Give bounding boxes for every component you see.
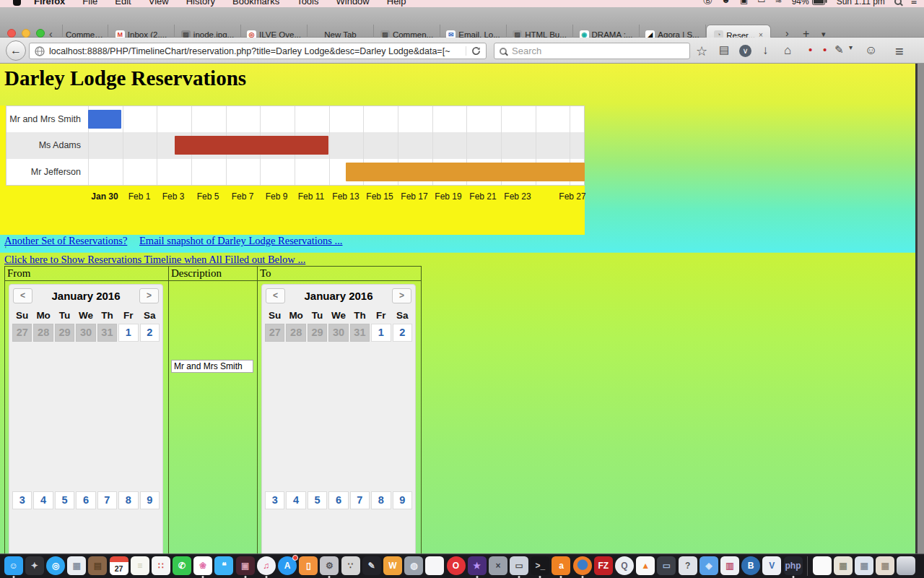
calendar-day[interactable]: 3	[12, 491, 32, 509]
calendar-day[interactable]: 5	[308, 491, 327, 509]
airplay-status-icon[interactable]: ▭	[757, 0, 765, 7]
prev-month-button[interactable]: <	[266, 288, 285, 303]
dock-reminders-icon[interactable]: ∷	[152, 556, 170, 575]
menu-window[interactable]: Window	[336, 0, 370, 7]
dock-contacts-book-icon[interactable]: ▤	[88, 556, 107, 575]
apple-menu-icon[interactable]	[13, 0, 21, 6]
dock-stack-document-4-icon[interactable]: ▦	[876, 556, 894, 575]
dock-help-icon[interactable]: ?	[679, 556, 697, 575]
extension-pen-icon[interactable]: ✎	[834, 43, 844, 56]
dock-app-store-icon[interactable]: A	[278, 556, 297, 575]
timeline-bar[interactable]	[88, 110, 121, 129]
notification-center-icon[interactable]: ≡	[911, 0, 917, 7]
dock-filezilla-icon[interactable]: FZ	[594, 556, 613, 575]
menu-edit[interactable]: Edit	[115, 0, 131, 7]
dock-preview-icon[interactable]: ▦	[67, 556, 86, 575]
dock-notes-icon[interactable]: ≡	[131, 556, 149, 575]
menubar-clock[interactable]: Sun 1.11 pm	[837, 0, 885, 7]
prev-month-button[interactable]: <	[13, 288, 32, 303]
calendar-day[interactable]: 1	[371, 324, 391, 342]
calendar-day[interactable]: 3	[265, 491, 284, 509]
bluetooth-status-icon[interactable]: Ⓑ	[703, 0, 712, 7]
calendar-day[interactable]: 9	[140, 491, 160, 509]
reload-icon[interactable]	[471, 46, 481, 56]
dock-safari-icon[interactable]: ◎	[46, 556, 65, 575]
calendar-day[interactable]: 8	[118, 491, 138, 509]
search-bar[interactable]: Search	[494, 43, 690, 59]
dock-document-icon[interactable]	[425, 556, 444, 575]
window-minimize-button[interactable]	[22, 29, 30, 38]
scrollbar-track[interactable]	[918, 64, 924, 555]
dock-opera-icon[interactable]: O	[447, 556, 466, 575]
reading-list-icon[interactable]: ▤	[719, 43, 729, 56]
calendar-day[interactable]: 4	[286, 491, 305, 509]
dock-word-tool-icon[interactable]: W	[383, 556, 402, 575]
bookmark-star-icon[interactable]: ☆	[696, 43, 707, 59]
calendar-day[interactable]: 9	[393, 491, 412, 509]
menu-hamburger-icon[interactable]: ≡	[895, 43, 904, 60]
dock-photos-icon[interactable]: ❀	[193, 556, 212, 575]
dock-photo-booth-icon[interactable]: ▣	[236, 556, 255, 575]
dock-trash-icon[interactable]	[897, 556, 915, 575]
link-another-set[interactable]: Another Set of Reservations?	[4, 235, 127, 247]
calendar-day[interactable]: 7	[97, 491, 117, 509]
menu-file[interactable]: File	[82, 0, 97, 7]
app-status-icon[interactable]: ▣	[740, 0, 748, 7]
dock-display-settings-icon[interactable]: ▭	[657, 556, 676, 575]
dock-avast-icon[interactable]: a	[552, 556, 570, 575]
calendar-day[interactable]: 2	[393, 324, 412, 342]
pocket-icon[interactable]: ∨	[739, 45, 751, 57]
link-show-timeline[interactable]: Click here to Show Reservations Timeline…	[4, 254, 305, 266]
window-zoom-button[interactable]	[36, 29, 45, 38]
menu-history[interactable]: History	[186, 0, 215, 7]
menu-view[interactable]: View	[149, 0, 169, 7]
calendar-day[interactable]: 6	[76, 491, 95, 509]
dock-finder-icon[interactable]: ☺	[4, 556, 23, 575]
dock-firefox-icon[interactable]	[573, 556, 592, 575]
next-month-button[interactable]: >	[139, 288, 159, 303]
link-email-snapshot[interactable]: Email snapshot of Darley Lodge Reservati…	[139, 235, 342, 247]
dock-system-preferences-icon[interactable]: ⚙	[320, 556, 339, 575]
calendar-day[interactable]: 4	[33, 491, 53, 509]
adblock-badge-icon[interactable]: •	[823, 43, 827, 56]
url-bar[interactable]: localhost:8888/PHP/TimelineChart/reserva…	[29, 43, 487, 59]
dock-php-icon[interactable]: php	[784, 556, 803, 575]
dock-terminal-icon[interactable]: >_	[531, 556, 549, 575]
dock-itunes-icon[interactable]: ♫	[257, 556, 276, 575]
dock-quicktime-icon[interactable]: Q	[615, 556, 634, 575]
spotlight-search-icon[interactable]	[894, 0, 902, 5]
back-button[interactable]: ←	[6, 40, 26, 61]
dock-facetime-icon[interactable]: ✆	[173, 556, 191, 575]
menu-tools[interactable]: Tools	[297, 0, 318, 7]
dock-calendar-icon[interactable]: 27	[110, 556, 128, 575]
menu-firefox[interactable]: Firefox	[34, 0, 65, 7]
timeline-bar[interactable]	[175, 136, 328, 155]
dock-launchpad-icon[interactable]: ✦	[25, 556, 44, 575]
dock-stack-document-2-icon[interactable]: ▦	[834, 556, 853, 575]
dock-pixelmator-icon[interactable]: ✎	[362, 556, 381, 575]
dock-imovie-icon[interactable]: ★	[468, 556, 487, 575]
dock-developer-tools-icon[interactable]: ×	[489, 556, 507, 575]
calendar-day[interactable]: 6	[328, 491, 348, 509]
chevron-down-icon[interactable]: ▾	[849, 43, 853, 51]
dock-network-globe-icon[interactable]: ◍	[404, 556, 423, 575]
wifi-status-icon[interactable]: ≋	[775, 0, 783, 7]
calendar-day[interactable]: 7	[350, 491, 370, 509]
description-input[interactable]	[171, 360, 253, 373]
dock-vlc-icon[interactable]: ▲	[636, 556, 655, 575]
calendar-day[interactable]: 8	[371, 491, 391, 509]
adblock-badge-icon[interactable]: •	[808, 43, 812, 56]
dock-screenshot-tool-icon[interactable]: ▭	[510, 556, 528, 575]
dock-cube-app-icon[interactable]: ◈	[699, 556, 718, 575]
calendar-day[interactable]: 5	[55, 491, 74, 509]
dock-gimp-icon[interactable]: ∵	[341, 556, 360, 575]
home-icon[interactable]: ⌂	[784, 43, 791, 58]
window-close-button[interactable]	[7, 29, 16, 38]
dock-cards-app-icon[interactable]: ▥	[720, 556, 739, 575]
search-placeholder[interactable]: Search	[512, 46, 541, 56]
url-text[interactable]: localhost:8888/PHP/TimelineChart/reserva…	[49, 46, 461, 56]
menu-help[interactable]: Help	[387, 0, 406, 7]
next-month-button[interactable]: >	[392, 288, 411, 303]
dock-stack-document-3-icon[interactable]: ▦	[855, 556, 873, 575]
dock-virtualbox-icon[interactable]: V	[762, 556, 781, 575]
